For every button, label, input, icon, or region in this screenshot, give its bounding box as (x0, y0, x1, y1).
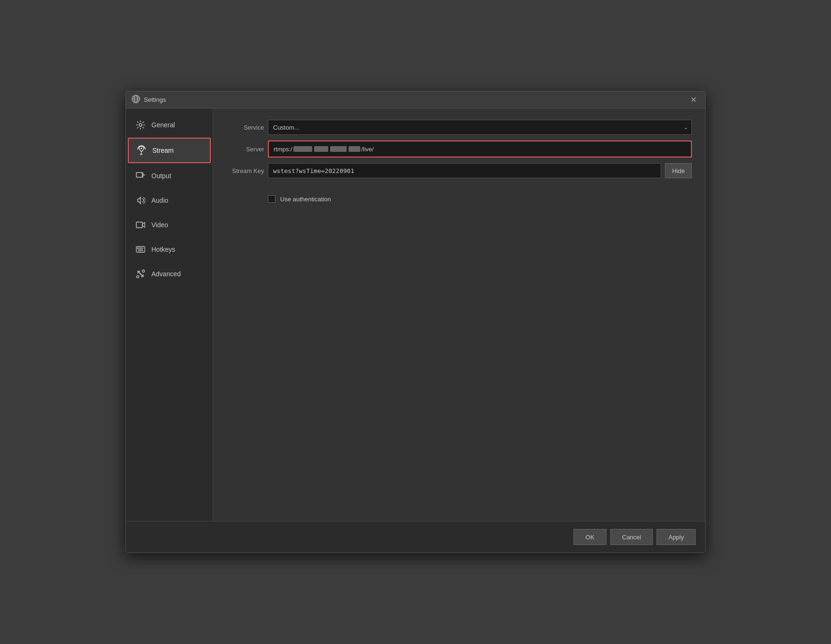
sidebar-label-general: General (151, 121, 175, 129)
svg-rect-10 (136, 247, 145, 252)
app-icon (132, 95, 140, 105)
settings-window: Settings ✕ General (125, 91, 706, 553)
stream-key-label: Stream Key (226, 167, 264, 174)
hotkeys-icon (135, 244, 146, 255)
content-area: General A Stream (126, 108, 705, 521)
svg-rect-12 (140, 248, 141, 249)
footer: OK Cancel Apply (126, 521, 705, 553)
main-panel: Service Custom... ⌄ Server rtmps:/ (213, 108, 705, 521)
sidebar-item-general[interactable]: General (128, 113, 211, 137)
server-redacted-3 (330, 146, 347, 152)
sidebar-item-output[interactable]: Output (128, 164, 211, 188)
service-control: Custom... ⌄ (268, 120, 692, 135)
server-redacted-4 (349, 146, 360, 152)
sidebar-label-stream: Stream (152, 147, 174, 154)
server-row: Server rtmps:/ /live/ (226, 140, 692, 157)
server-input-group: rtmps:/ /live/ (268, 140, 692, 157)
server-prefix: rtmps:/ (274, 146, 292, 153)
sidebar-label-audio: Audio (151, 197, 168, 204)
audio-icon (135, 195, 146, 206)
sidebar-item-stream[interactable]: A Stream (128, 138, 211, 163)
service-select[interactable]: Custom... (268, 120, 692, 135)
cancel-button[interactable]: Cancel (610, 529, 653, 545)
service-label: Service (226, 124, 264, 131)
sidebar-label-advanced: Advanced (151, 270, 181, 278)
sidebar-label-output: Output (151, 172, 171, 180)
sidebar-item-advanced[interactable]: Advanced (128, 262, 211, 286)
svg-rect-9 (136, 222, 142, 228)
ok-button[interactable]: OK (573, 529, 607, 545)
sidebar-item-video[interactable]: Video (128, 213, 211, 237)
sidebar-item-hotkeys[interactable]: Hotkeys (128, 238, 211, 261)
apply-button[interactable]: Apply (656, 529, 696, 545)
server-redacted-2 (314, 146, 328, 152)
stream-icon: A (136, 145, 147, 156)
close-button[interactable]: ✕ (688, 95, 699, 105)
server-display[interactable]: rtmps:/ /live/ (269, 141, 691, 157)
sidebar-label-hotkeys: Hotkeys (151, 246, 175, 253)
service-select-wrapper[interactable]: Custom... ⌄ (268, 120, 692, 135)
video-icon (135, 220, 146, 230)
gear-icon (135, 120, 146, 130)
auth-label[interactable]: Use authentication (280, 196, 331, 203)
auth-row: Use authentication (226, 195, 692, 203)
svg-point-15 (142, 270, 145, 272)
sidebar-label-video: Video (151, 221, 168, 229)
svg-text:A: A (140, 152, 142, 156)
server-label: Server (226, 146, 264, 153)
svg-rect-11 (137, 248, 139, 249)
stream-key-input[interactable] (268, 163, 661, 178)
svg-point-5 (139, 124, 142, 126)
hide-button[interactable]: Hide (665, 163, 692, 178)
title-bar: Settings ✕ (126, 91, 705, 108)
auth-checkbox[interactable] (268, 195, 275, 203)
output-icon (135, 171, 146, 181)
svg-point-6 (141, 148, 142, 149)
stream-key-row: Stream Key Hide (226, 163, 692, 178)
sidebar: General A Stream (126, 108, 213, 521)
svg-point-16 (137, 276, 139, 278)
svg-rect-13 (141, 248, 143, 249)
title-bar-left: Settings (132, 95, 166, 105)
service-row: Service Custom... ⌄ (226, 120, 692, 135)
server-suffix: /live/ (361, 146, 374, 153)
sidebar-item-audio[interactable]: Audio (128, 189, 211, 212)
advanced-icon (135, 269, 146, 279)
server-redacted-1 (293, 146, 312, 152)
window-title: Settings (144, 96, 166, 103)
svg-rect-14 (138, 250, 143, 251)
